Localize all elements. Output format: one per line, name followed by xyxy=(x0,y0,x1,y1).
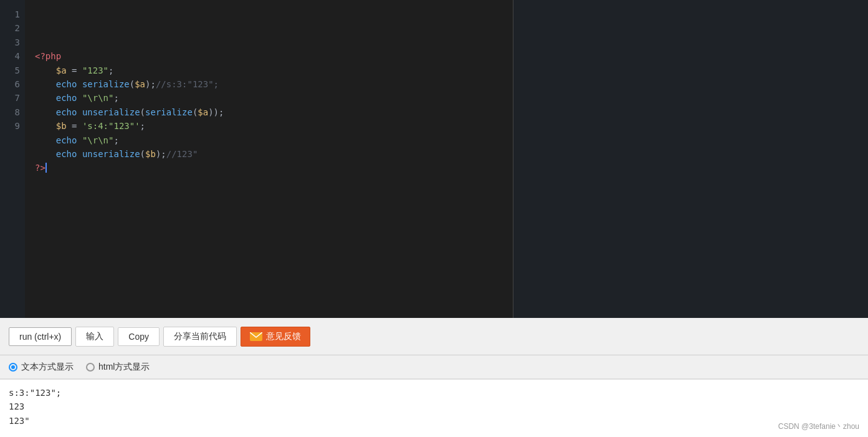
token: ); xyxy=(156,147,166,161)
code-line: echo unserialize(serialize($a)); xyxy=(35,105,513,119)
token: //s:3:"123"; xyxy=(156,77,219,91)
token: $a xyxy=(56,64,67,77)
token: ( xyxy=(130,77,135,91)
line-number: 8 xyxy=(7,105,20,119)
token xyxy=(35,119,56,133)
token: $b xyxy=(56,119,67,133)
token: unserialize xyxy=(82,105,140,119)
token xyxy=(77,91,82,105)
token xyxy=(77,77,82,91)
token xyxy=(35,77,56,91)
output-line: 123 xyxy=(9,400,859,413)
line-number: 2 xyxy=(7,21,20,35)
line-number: 4 xyxy=(7,49,20,63)
output-area: s:3:"123";123123"CSDN @3tefanie丶zhou xyxy=(0,379,868,437)
token: "\r\n" xyxy=(82,133,114,147)
input-button[interactable]: 输入 xyxy=(75,327,114,347)
code-area[interactable]: <?php $a = "123"; echo serialize($a);//s… xyxy=(25,0,513,318)
token: )); xyxy=(208,105,224,119)
token xyxy=(77,105,82,119)
share-button[interactable]: 分享当前代码 xyxy=(163,327,237,347)
copy-button[interactable]: Copy xyxy=(118,327,160,346)
token: $a xyxy=(135,77,145,91)
token: = xyxy=(67,119,82,133)
radio-html-label: html方式显示 xyxy=(98,362,150,373)
line-numbers: 123456789 xyxy=(0,0,25,318)
token: ?> xyxy=(35,161,45,175)
feedback-envelope-icon xyxy=(250,332,262,341)
radio-text-option[interactable]: 文本方式显示 xyxy=(9,362,74,373)
left-panel: 123456789 <?php $a = "123"; echo seriali… xyxy=(0,0,513,318)
token xyxy=(35,147,56,161)
token: "\r\n" xyxy=(82,91,114,105)
token: ; xyxy=(113,133,118,147)
code-line: echo serialize($a);//s:3:"123"; xyxy=(35,77,513,91)
right-panel xyxy=(513,0,868,318)
token: ; xyxy=(108,64,113,77)
code-line: echo "\r\n"; xyxy=(35,91,513,105)
token xyxy=(35,105,56,119)
radio-html-option[interactable]: html方式显示 xyxy=(86,362,150,373)
token: echo xyxy=(56,77,77,91)
line-number: 7 xyxy=(7,91,20,105)
token: //123" xyxy=(166,147,198,161)
feedback-label: 意见反馈 xyxy=(266,331,301,342)
token: "123" xyxy=(82,64,108,77)
token xyxy=(35,64,56,77)
line-number: 9 xyxy=(7,119,20,133)
token: echo xyxy=(56,105,77,119)
token: 's:4:"123"' xyxy=(82,119,140,133)
token: serialize xyxy=(145,105,193,119)
token: ; xyxy=(140,119,145,133)
code-line: $b = 's:4:"123"'; xyxy=(35,119,513,133)
code-line: ?> xyxy=(35,161,513,175)
output-line: s:3:"123"; xyxy=(9,386,859,400)
radio-text-circle xyxy=(9,363,17,372)
token xyxy=(77,133,82,147)
code-line: <?php xyxy=(35,49,513,63)
token xyxy=(35,91,56,105)
code-line: echo unserialize($b);//123" xyxy=(35,147,513,161)
feedback-button[interactable]: 意见反馈 xyxy=(241,327,310,347)
token: = xyxy=(67,64,82,77)
token: serialize xyxy=(82,77,130,91)
cursor xyxy=(45,163,47,173)
editor-section: 123456789 <?php $a = "123"; echo seriali… xyxy=(0,0,868,318)
line-number: 1 xyxy=(7,7,20,21)
token: ); xyxy=(145,77,156,91)
code-line: $a = "123"; xyxy=(35,64,513,77)
token: unserialize xyxy=(82,147,140,161)
line-number: 5 xyxy=(7,64,20,77)
token: echo xyxy=(56,147,77,161)
line-number: 6 xyxy=(7,77,20,91)
line-number: 3 xyxy=(7,36,20,49)
token: $a xyxy=(198,105,208,119)
token: $b xyxy=(145,147,156,161)
token: <?php xyxy=(35,49,61,63)
token: ( xyxy=(140,105,145,119)
toolbar: run (ctrl+x) 输入 Copy 分享当前代码 意见反馈 xyxy=(0,318,868,355)
token: echo xyxy=(56,133,77,147)
token: ( xyxy=(193,105,198,119)
watermark: CSDN @3tefanie丶zhou xyxy=(778,421,859,432)
token: echo xyxy=(56,91,77,105)
token xyxy=(77,147,82,161)
radio-text-label: 文本方式显示 xyxy=(21,362,74,373)
output-line: 123" xyxy=(9,414,859,428)
token: ; xyxy=(113,91,118,105)
radio-html-circle xyxy=(86,363,95,372)
token xyxy=(35,133,56,147)
code-line: echo "\r\n"; xyxy=(35,133,513,147)
radio-area: 文本方式显示 html方式显示 xyxy=(0,355,868,379)
run-button[interactable]: run (ctrl+x) xyxy=(9,327,72,346)
token: ( xyxy=(140,147,145,161)
